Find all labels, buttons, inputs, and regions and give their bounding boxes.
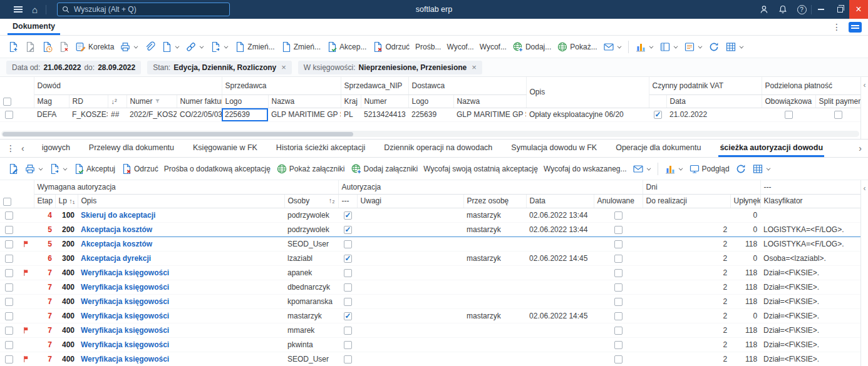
filter-chip-ksiegowosc[interactable]: W księgowości: Nieprzeniesione, Przenies… xyxy=(298,61,482,74)
col-logo-dostawca[interactable]: Logo xyxy=(408,94,453,108)
col-kraj[interactable]: Kraj xyxy=(341,94,361,108)
feedback-icon[interactable] xyxy=(849,22,862,33)
authorization-checkbox[interactable] xyxy=(344,240,352,248)
tab-dokumenty[interactable]: Dokumenty xyxy=(8,19,60,35)
tab-options-icon[interactable] xyxy=(6,143,15,153)
close-button[interactable] xyxy=(849,0,868,19)
column-chooser-gutter[interactable] xyxy=(860,180,868,366)
grid-settings-button[interactable] xyxy=(750,161,773,176)
row-checkbox[interactable] xyxy=(5,341,13,349)
document-menu-button[interactable] xyxy=(158,39,182,54)
scrollbar-thumb[interactable] xyxy=(3,132,353,136)
row-checkbox[interactable] xyxy=(5,255,13,263)
authorization-row[interactable]: 6 300 Akceptacja dyrekcji lzaziabl masta… xyxy=(0,251,860,265)
restore-button[interactable] xyxy=(830,0,849,19)
withdraw-button-2[interactable]: Wycof... xyxy=(477,41,509,53)
refresh-button[interactable] xyxy=(706,39,722,54)
tab-przelewy-dla-dokumentu[interactable]: Przelewy dla dokumentu xyxy=(88,140,175,157)
col-uwagi[interactable]: Uwagi xyxy=(357,194,463,208)
anulowane-checkbox[interactable] xyxy=(614,269,623,277)
edit-document-button[interactable] xyxy=(22,39,38,54)
tabs-scroll-left-icon[interactable] xyxy=(21,143,24,153)
withdraw-last-acceptance-button[interactable]: Wycofaj swoją ostatnią akceptację xyxy=(421,163,540,175)
withdraw-button-1[interactable]: Wycof... xyxy=(444,41,476,53)
tab-operacje-dla-dokumentu[interactable]: Operacje dla dokumentu xyxy=(614,140,702,157)
col-auth-flag[interactable]: --- xyxy=(338,194,357,208)
col-lp[interactable]: Lp ↑₁ xyxy=(55,194,78,208)
filter-chip-close-icon[interactable]: × xyxy=(472,63,477,71)
grid-settings-button[interactable] xyxy=(723,39,747,54)
filter-chip-close-icon[interactable]: × xyxy=(281,63,286,71)
row-checkbox[interactable] xyxy=(5,240,13,248)
anulowane-checkbox[interactable] xyxy=(614,327,623,335)
authorization-row[interactable]: 5 200 Akceptacja kosztów podrzywolek mas… xyxy=(0,222,860,236)
global-search[interactable] xyxy=(57,3,230,16)
authorization-checkbox[interactable] xyxy=(344,211,352,220)
more-options-icon[interactable] xyxy=(832,22,841,32)
opis-link[interactable]: Skieruj do akceptacji xyxy=(81,211,155,220)
show-attachments-button[interactable]: Pokaż... xyxy=(554,39,599,54)
authorization-checkbox[interactable] xyxy=(344,269,352,277)
print-button[interactable] xyxy=(117,39,141,54)
tabs-scroll-right-icon[interactable] xyxy=(859,143,862,153)
split-payment-checkbox[interactable] xyxy=(834,111,842,119)
col-nazwa-dostawca[interactable]: Nazwa xyxy=(453,94,526,108)
col-vat-data[interactable]: Data xyxy=(666,94,762,108)
reject-button[interactable]: Odrzuć xyxy=(369,39,412,54)
col-osoby[interactable]: Osoby↑₂ xyxy=(284,194,338,208)
authorization-row[interactable]: 4 100 Skieruj do akceptacji podrzywolek … xyxy=(0,208,860,222)
anulowane-checkbox[interactable] xyxy=(614,283,623,292)
col-klasyfikator[interactable]: Klasyfikator xyxy=(760,194,860,208)
select-all-checkbox[interactable] xyxy=(3,198,11,206)
form-button[interactable] xyxy=(681,39,705,54)
add-attachments-button[interactable]: Dodaj... xyxy=(510,39,554,54)
col-anulowane[interactable]: Anulowane xyxy=(594,194,643,208)
col-rd[interactable]: RD xyxy=(69,94,108,108)
row-checkbox[interactable] xyxy=(5,111,13,119)
send-document-button[interactable] xyxy=(46,161,70,176)
change-button-1[interactable]: Zmień... xyxy=(232,39,277,54)
authorization-row[interactable]: 7 400 Weryfikacja księgowości apanek 2 1… xyxy=(0,265,860,280)
anulowane-checkbox[interactable] xyxy=(614,341,623,349)
row-checkbox[interactable] xyxy=(5,283,13,292)
row-checkbox[interactable] xyxy=(5,355,13,363)
col-uplynelo[interactable]: Upłynęło xyxy=(730,194,760,208)
col-przez-osobe[interactable]: Przez osobę xyxy=(463,194,526,208)
opis-link[interactable]: Weryfikacja księgowości xyxy=(81,268,169,277)
user-profile-button[interactable] xyxy=(755,0,773,19)
chart-button[interactable] xyxy=(662,161,686,176)
withdraw-to-indicated-button[interactable]: Wycofaj do wskazaneg... xyxy=(541,163,629,175)
edit-authorization-button[interactable] xyxy=(5,161,21,176)
document-row[interactable]: DEFA F_KOSZE> ## 2022/F_KOSZE> CO/22/05/… xyxy=(0,108,860,121)
anulowane-checkbox[interactable] xyxy=(614,312,623,320)
authorization-checkbox[interactable] xyxy=(344,327,352,335)
link-button[interactable] xyxy=(183,39,207,54)
opis-link[interactable]: Weryfikacja księgowości xyxy=(81,326,169,335)
cell-logo-sprzedawca[interactable]: 225639 xyxy=(222,108,268,121)
anulowane-checkbox[interactable] xyxy=(614,355,623,363)
korekta-button[interactable]: Korekta xyxy=(73,39,116,54)
row-checkbox[interactable] xyxy=(5,327,13,335)
authorization-checkbox[interactable] xyxy=(344,283,352,292)
authorization-checkbox[interactable] xyxy=(344,226,352,234)
notifications-button[interactable] xyxy=(773,0,792,19)
tab-symulacja-dowodu-w-fk[interactable]: Symulacja dowodu w FK xyxy=(510,140,598,157)
change-button-2[interactable]: Zmień... xyxy=(278,39,323,54)
refresh-button[interactable] xyxy=(733,161,749,176)
row-checkbox[interactable] xyxy=(5,312,13,320)
chart-button[interactable] xyxy=(633,39,656,54)
attachment-button[interactable] xyxy=(142,39,158,54)
anulowane-checkbox[interactable] xyxy=(614,298,623,306)
col-obowiazkowa[interactable]: Obowiązkowa xyxy=(762,94,815,108)
delete-document-button[interactable] xyxy=(56,39,72,54)
col-mag[interactable]: Mag xyxy=(34,94,69,108)
row-checkbox[interactable] xyxy=(5,269,13,277)
col-data[interactable]: Data xyxy=(526,194,594,208)
toolbar-separator[interactable] xyxy=(658,163,658,175)
anulowane-checkbox[interactable] xyxy=(614,211,623,220)
opis-link[interactable]: Akceptacja kosztów xyxy=(81,225,152,234)
panel-button[interactable] xyxy=(657,39,681,54)
print-button[interactable] xyxy=(22,161,46,176)
send-document-button[interactable] xyxy=(207,39,231,54)
tab-ksiegowanie-w-fk[interactable]: Księgowanie w FK xyxy=(192,140,259,157)
